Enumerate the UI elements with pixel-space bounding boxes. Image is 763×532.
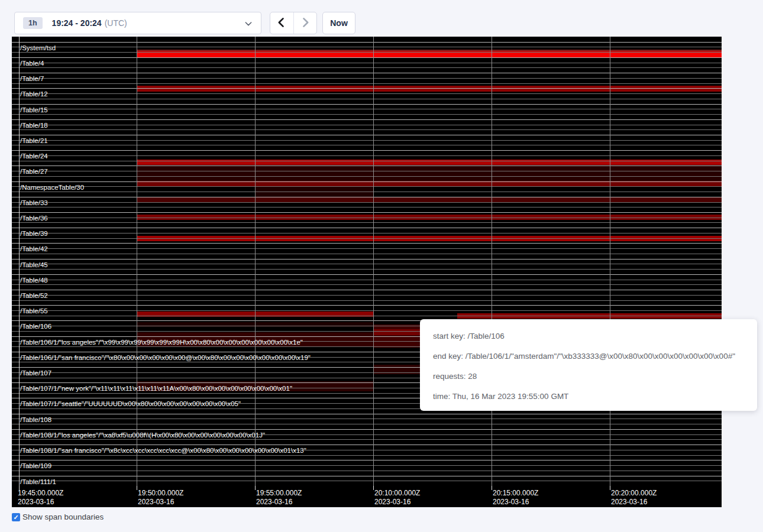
chevron-left-icon xyxy=(276,16,287,31)
span-boundary-line xyxy=(12,129,722,130)
row-boundary-line xyxy=(12,476,722,476)
chevron-right-icon xyxy=(299,16,311,31)
key-span-label: /Table/106 xyxy=(20,323,51,330)
row-boundary-line xyxy=(12,150,722,151)
span-boundary-line xyxy=(12,145,722,145)
axis-time-label: 19:55:00.000Z2023-03-16 xyxy=(256,489,302,507)
range-timezone: (UTC) xyxy=(105,18,127,28)
span-boundary-line xyxy=(12,439,722,440)
span-boundary-line xyxy=(12,295,722,296)
next-window-button[interactable] xyxy=(293,12,317,34)
span-boundary-line xyxy=(12,186,722,187)
chevron-down-icon xyxy=(244,19,253,28)
key-span-label: /Table/106/1/"los angeles"/"\x99\x99\x99… xyxy=(20,339,303,346)
key-span-label: /Table/107/1/"seattle"/"UUUUUUD\x00\x80\… xyxy=(20,400,241,407)
key-visualizer-page: { "toolbar": { "range_badge": "1h", "ran… xyxy=(0,0,763,532)
axis-tick xyxy=(373,486,374,490)
tooltip-start-key: start key: /Table/106 xyxy=(433,326,757,346)
key-span-label: /Table/4 xyxy=(20,60,44,67)
span-boundary-line xyxy=(12,238,722,239)
time-axis: 19:45:00.000Z2023-03-1619:50:00.000Z2023… xyxy=(12,486,722,507)
time-window-nav xyxy=(270,12,317,34)
key-span-label: /Table/108 xyxy=(20,416,51,423)
row-boundary-line xyxy=(12,429,722,430)
time-gridline xyxy=(492,37,492,486)
row-boundary-line xyxy=(12,88,722,89)
span-boundary-line xyxy=(12,264,722,264)
span-boundary-line xyxy=(12,83,722,84)
row-boundary-line xyxy=(12,460,722,460)
time-gridline xyxy=(610,37,610,486)
row-boundary-line xyxy=(12,73,722,73)
span-boundary-line xyxy=(12,202,722,203)
row-boundary-line xyxy=(12,197,722,197)
key-span-label: /System/tsd xyxy=(20,44,56,51)
key-span-label: /Table/106/1/"san francisco"/"\x80\x00\x… xyxy=(20,354,311,361)
key-span-label: /Table/109 xyxy=(20,462,51,469)
span-tooltip: start key: /Table/106 end key: /Table/10… xyxy=(420,319,757,411)
key-span-label: /Table/12 xyxy=(20,90,48,98)
axis-tick xyxy=(610,486,610,490)
row-boundary-line xyxy=(12,166,722,166)
row-boundary-line xyxy=(12,414,722,414)
span-boundary-line xyxy=(12,171,722,171)
axis-time-label: 19:45:00.000Z2023-03-16 xyxy=(18,489,63,507)
span-boundary-line xyxy=(12,222,722,223)
row-boundary-line xyxy=(12,57,722,58)
row-boundary-line xyxy=(12,259,722,259)
row-boundary-line xyxy=(12,42,722,43)
heatmap-chart-area[interactable]: /System/tsd/Table/4/Table/7/Table/12/Tab… xyxy=(12,37,722,486)
axis-time-label: 20:20:00.000Z2023-03-16 xyxy=(611,489,657,507)
key-span-label: /Table/107 xyxy=(20,369,51,377)
span-boundary-line xyxy=(12,248,722,249)
span-boundary-line xyxy=(12,218,722,218)
key-span-label: /Table/108/1/"los angeles"/"\xa8\xf5\u00… xyxy=(20,432,265,439)
toolbar: 1h 19:24 - 20:24 (UTC) Now xyxy=(0,0,763,37)
span-boundary-line xyxy=(12,176,722,177)
axis-time-label: 20:10:00.000Z2023-03-16 xyxy=(374,489,420,507)
show-span-boundaries-checkbox[interactable]: ✓ xyxy=(12,513,20,521)
key-span-label: /Table/55 xyxy=(20,307,48,314)
span-boundary-line xyxy=(12,233,722,233)
span-boundary-line xyxy=(12,63,722,63)
span-boundary-line xyxy=(12,284,722,285)
row-boundary-line xyxy=(12,181,722,182)
axis-tick xyxy=(255,486,256,490)
span-boundary-line xyxy=(12,192,722,192)
heat-band[interactable] xyxy=(137,165,722,181)
key-visualizer-heatmap[interactable]: /System/tsd/Table/4/Table/7/Table/12/Tab… xyxy=(12,37,722,507)
key-span-label: /Table/33 xyxy=(20,199,48,206)
key-span-label: /Table/108/1/"san francisco"/"\x8c\xcc\x… xyxy=(20,447,306,454)
span-boundary-line xyxy=(12,125,722,125)
span-boundary-line xyxy=(12,300,722,301)
span-boundary-line xyxy=(12,161,722,161)
tooltip-end-key: end key: /Table/106/1/"amsterdam"/"\xb33… xyxy=(433,346,757,366)
tooltip-requests: requests: 28 xyxy=(433,366,757,387)
row-boundary-line xyxy=(12,228,722,228)
key-span-label: /NamespaceTable/30 xyxy=(20,184,84,191)
row-boundary-line xyxy=(12,212,722,213)
span-boundary-line xyxy=(12,67,722,68)
row-boundary-line xyxy=(12,445,722,445)
row-boundary-line xyxy=(12,104,722,105)
show-span-boundaries-toggle[interactable]: ✓ Show span boundaries xyxy=(12,512,104,521)
axis-time-label: 20:15:00.000Z2023-03-16 xyxy=(493,489,538,507)
time-range-dropdown[interactable]: 1h 19:24 - 20:24 (UTC) xyxy=(14,12,261,34)
span-boundary-line xyxy=(12,109,722,109)
tooltip-time: time: Thu, 16 Mar 2023 19:55:00 GMT xyxy=(433,387,757,407)
span-boundary-line xyxy=(12,78,722,79)
axis-tick xyxy=(492,486,492,490)
axis-time-label: 19:50:00.000Z2023-03-16 xyxy=(138,489,183,507)
row-boundary-line xyxy=(12,135,722,135)
row-boundary-line xyxy=(12,274,722,275)
key-span-label: /Table/36 xyxy=(20,215,48,222)
span-boundary-line xyxy=(12,269,722,270)
span-boundary-line xyxy=(12,481,722,481)
span-boundary-line xyxy=(12,114,722,115)
key-span-label: /Table/111/1 xyxy=(20,478,56,485)
span-boundary-line xyxy=(12,316,722,316)
key-span-label: /Table/52 xyxy=(20,292,48,299)
span-boundary-line xyxy=(12,455,722,456)
previous-window-button[interactable] xyxy=(270,12,293,34)
now-button[interactable]: Now xyxy=(322,12,355,34)
